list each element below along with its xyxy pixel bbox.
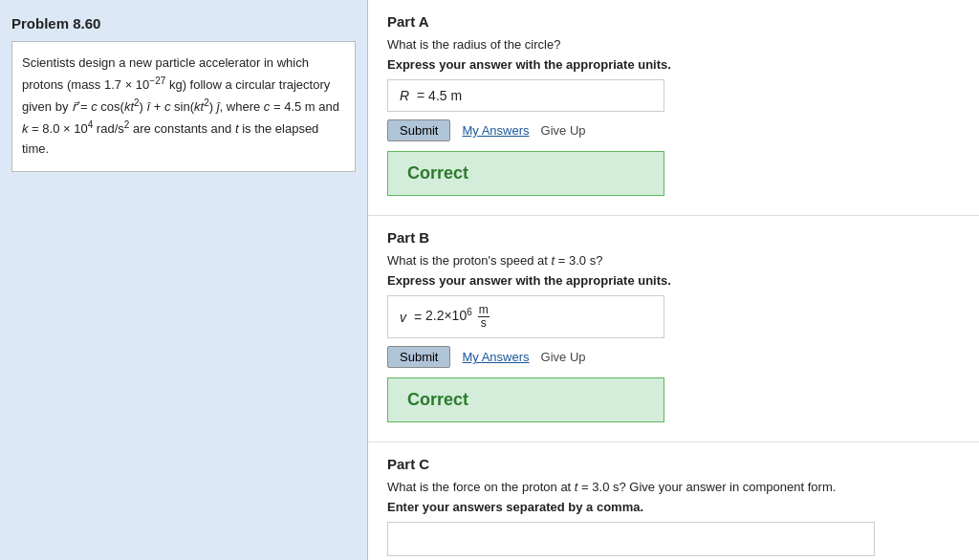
part-b-button-row: Submit My Answers Give Up bbox=[387, 346, 960, 368]
part-b-unit: m s bbox=[478, 304, 490, 330]
part-b-var: v bbox=[400, 310, 406, 325]
right-panel: Part A What is the radius of the circle?… bbox=[368, 0, 979, 560]
part-b-correct-banner: Correct bbox=[387, 377, 664, 422]
part-b-express-label: Express your answer with the appropriate… bbox=[387, 273, 960, 288]
part-a-label: Part A bbox=[387, 13, 960, 30]
part-c-question: What is the force on the proton at t = 3… bbox=[387, 480, 960, 494]
part-a-my-answers-link[interactable]: My Answers bbox=[462, 123, 529, 138]
part-a-correct-banner: Correct bbox=[387, 151, 664, 196]
problem-box: Scientists design a new particle acceler… bbox=[11, 41, 356, 172]
part-a-button-row: Submit My Answers Give Up bbox=[387, 119, 960, 141]
part-a-var: R bbox=[400, 88, 409, 103]
part-a-express-label: Express your answer with the appropriate… bbox=[387, 57, 960, 72]
part-a-give-up-link[interactable]: Give Up bbox=[541, 123, 586, 138]
mass-exponent: −27 bbox=[149, 75, 165, 86]
part-b-exp: 6 bbox=[467, 307, 472, 317]
problem-title: Problem 8.60 bbox=[11, 15, 356, 32]
part-b-answer-box: v = 2.2×106 m s bbox=[387, 295, 664, 338]
part-c-answer-box[interactable] bbox=[387, 522, 875, 556]
problem-text: Scientists design a new particle acceler… bbox=[22, 55, 339, 156]
part-c-label: Part C bbox=[387, 456, 960, 472]
part-a-answer-box: R = 4.5 m bbox=[387, 79, 664, 112]
part-c-section: Part C What is the force on the proton a… bbox=[368, 442, 979, 560]
part-a-equals: = bbox=[413, 88, 428, 103]
left-panel: Problem 8.60 Scientists design a new par… bbox=[0, 0, 368, 560]
part-a-section: Part A What is the radius of the circle?… bbox=[368, 0, 979, 216]
part-b-section: Part B What is the proton's speed at t =… bbox=[368, 216, 979, 442]
part-b-submit-button[interactable]: Submit bbox=[387, 346, 450, 368]
part-b-equals: = bbox=[410, 310, 425, 325]
part-b-label: Part B bbox=[387, 229, 960, 246]
part-a-submit-button[interactable]: Submit bbox=[387, 119, 450, 141]
part-c-input[interactable] bbox=[400, 531, 862, 547]
part-a-value: 4.5 m bbox=[428, 88, 462, 103]
part-b-give-up-link[interactable]: Give Up bbox=[541, 350, 586, 364]
part-b-value: 2.2×106 m s bbox=[425, 304, 490, 330]
part-a-question: What is the radius of the circle? bbox=[387, 37, 960, 52]
part-c-express-label: Enter your answers separated by a comma. bbox=[387, 500, 960, 514]
part-b-question: What is the proton's speed at t = 3.0 s? bbox=[387, 253, 960, 268]
part-b-my-answers-link[interactable]: My Answers bbox=[462, 350, 529, 364]
